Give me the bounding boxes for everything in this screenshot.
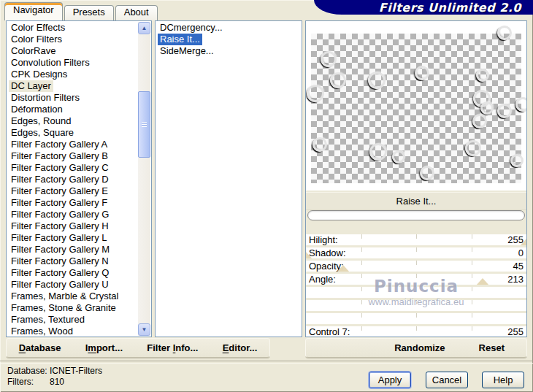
help-button[interactable]: Help	[482, 372, 524, 388]
slider-control-7[interactable]: Control 7:255	[306, 326, 526, 337]
navigator-item-d-formation[interactable]: Déformation	[7, 104, 138, 115]
filter-item-dcmergency[interactable]: DCmergency...	[156, 22, 301, 34]
slider-tick	[361, 234, 362, 239]
library-toolbar: DatabaseImport...Filter Info...Editor...	[6, 338, 270, 358]
list-item-label: Frames, Stone & Granite	[9, 302, 118, 314]
slider-tick	[361, 274, 362, 278]
navigator-item-filter-factory-gallery-e[interactable]: Filter Factory Gallery E	[7, 185, 138, 197]
navigator-item-filter-factory-gallery-m[interactable]: Filter Factory Gallery M	[7, 244, 138, 255]
navigator-item-filter-factory-gallery-l[interactable]: Filter Factory Gallery L	[7, 232, 138, 244]
database-button[interactable]: Database	[19, 342, 61, 353]
navigator-item-colorrave[interactable]: ColorRave	[7, 45, 138, 57]
slider-thumb-icon[interactable]	[520, 239, 526, 245]
slider-label: Shadow:	[309, 247, 346, 258]
slider-value: 0	[518, 247, 524, 258]
slider-thumb-icon[interactable]	[306, 252, 312, 258]
bubble-ring	[369, 143, 387, 161]
navigator-item-filter-factory-gallery-f[interactable]: Filter Factory Gallery F	[7, 197, 138, 209]
navigator-item-cpk-designs[interactable]: CPK Designs	[7, 69, 138, 80]
navigator-item-dc-layer[interactable]: DC Layer	[7, 80, 138, 92]
filter-info-button[interactable]: Filter Info...	[147, 342, 198, 353]
list-item-label: Filter Factory Gallery D	[9, 174, 111, 185]
slider-tick	[472, 300, 472, 304]
navigator-item-filter-factory-gallery-a[interactable]: Filter Factory Gallery A	[7, 139, 138, 150]
app-title: Filters Unlimited 2.0	[379, 1, 521, 15]
slider-value: 45	[513, 261, 524, 272]
navigator-item-edges-round[interactable]: Edges, Round	[7, 115, 138, 127]
list-item-label: Filter Factory Gallery N	[9, 255, 111, 267]
bubble-ring	[321, 51, 337, 67]
navigator-item-filter-factory-gallery-d[interactable]: Filter Factory Gallery D	[7, 174, 138, 185]
slider-hilight[interactable]: Hilight:255	[306, 234, 526, 245]
filter-item-sidemerge[interactable]: SideMerge...	[156, 45, 301, 57]
list-item-label: DCmergency...	[158, 22, 225, 34]
bubble-ring	[465, 140, 481, 156]
navigator-item-frames-stone-granite[interactable]: Frames, Stone & Granite	[7, 302, 138, 314]
bubble-ring	[480, 101, 494, 115]
reset-button[interactable]: Reset	[479, 342, 505, 353]
list-item-label: SideMerge...	[158, 45, 216, 57]
bubble-ring	[497, 104, 512, 118]
bubble-ring	[415, 66, 429, 80]
apply-button[interactable]: Apply	[369, 372, 411, 388]
scroll-up-icon[interactable]: ▲	[138, 22, 150, 34]
bubble-ring	[476, 69, 489, 82]
list-item-label: Filter Factory Gallery B	[9, 150, 110, 162]
list-item-label: Frames, Wood	[9, 326, 75, 336]
bubble-ring	[510, 154, 524, 167]
slider-tick	[472, 287, 472, 291]
cancel-button[interactable]: Cancel	[426, 372, 468, 388]
slider-tick	[361, 247, 362, 252]
filter-name-button[interactable]: Raise It...	[306, 192, 526, 210]
navigator-scrollbar[interactable]: ▲ ▼	[138, 22, 150, 336]
list-item-label: Filter Factory Gallery U	[9, 279, 111, 291]
slider-value: 213	[507, 274, 524, 285]
navigator-item-distortion-filters[interactable]: Distortion Filters	[7, 92, 138, 104]
slider-tick	[416, 287, 417, 291]
navigator-item-color-effects[interactable]: Color Effects	[7, 22, 138, 34]
slider-opacity[interactable]: Opacity:45	[306, 261, 526, 272]
bubble-ring	[392, 150, 405, 164]
slider-angle[interactable]: Angle:213	[306, 274, 526, 285]
slider-thumb-icon[interactable]	[337, 265, 350, 272]
navigator-item-filter-factory-gallery-u[interactable]: Filter Factory Gallery U	[7, 279, 138, 291]
slider-empty[interactable]	[306, 287, 526, 298]
slider-thumb-icon[interactable]	[476, 278, 489, 285]
list-item-label: Déformation	[9, 104, 65, 115]
import-button[interactable]: Import...	[85, 342, 123, 353]
randomize-button[interactable]: Randomize	[394, 342, 445, 353]
navigator-item-filter-factory-gallery-q[interactable]: Filter Factory Gallery Q	[7, 267, 138, 279]
navigator-item-filter-factory-gallery-h[interactable]: Filter Factory Gallery H	[7, 220, 138, 232]
navigator-item-filter-factory-gallery-b[interactable]: Filter Factory Gallery B	[7, 150, 138, 162]
tab-navigator[interactable]: Navigator	[4, 2, 63, 20]
slider-tick	[361, 300, 362, 304]
navigator-item-frames-textured[interactable]: Frames, Textured	[7, 314, 138, 326]
status-label: Filters:	[7, 377, 50, 387]
bubble-ring	[330, 72, 346, 88]
scrollbar-thumb[interactable]	[138, 91, 150, 158]
slider-tick	[416, 247, 417, 252]
navigator-item-filter-factory-gallery-n[interactable]: Filter Factory Gallery N	[7, 255, 138, 267]
editor-button[interactable]: Editor...	[223, 342, 258, 353]
preview-image	[306, 21, 526, 191]
scroll-down-icon[interactable]: ▼	[138, 323, 150, 336]
slider-empty[interactable]	[306, 300, 526, 311]
slider-empty[interactable]	[306, 313, 526, 324]
navigator-item-color-filters[interactable]: Color Filters	[7, 34, 138, 45]
slider-tick	[416, 274, 417, 278]
filter-item-raise-it[interactable]: Raise It...	[156, 34, 301, 45]
navigator-item-frames-marble-crystal[interactable]: Frames, Marble & Crystal	[7, 291, 138, 302]
tab-about[interactable]: About	[115, 5, 158, 20]
navigator-item-convolution-filters[interactable]: Convolution Filters	[7, 57, 138, 69]
navigator-item-filter-factory-gallery-c[interactable]: Filter Factory Gallery C	[7, 162, 138, 174]
navigator-item-frames-wood[interactable]: Frames, Wood	[7, 326, 138, 336]
tab-presets[interactable]: Presets	[64, 5, 114, 20]
randomize-toolbar: RandomizeReset	[305, 338, 527, 358]
app-title-banner: Filters Unlimited 2.0	[314, 0, 533, 15]
navigator-item-filter-factory-gallery-g[interactable]: Filter Factory Gallery G	[7, 209, 138, 220]
list-item-label: Edges, Square	[9, 127, 76, 139]
list-item-label: Filter Factory Gallery M	[9, 244, 112, 255]
navigator-item-edges-square[interactable]: Edges, Square	[7, 127, 138, 139]
slider-shadow[interactable]: Shadow:0	[306, 247, 526, 258]
bubble-ring	[472, 114, 487, 128]
